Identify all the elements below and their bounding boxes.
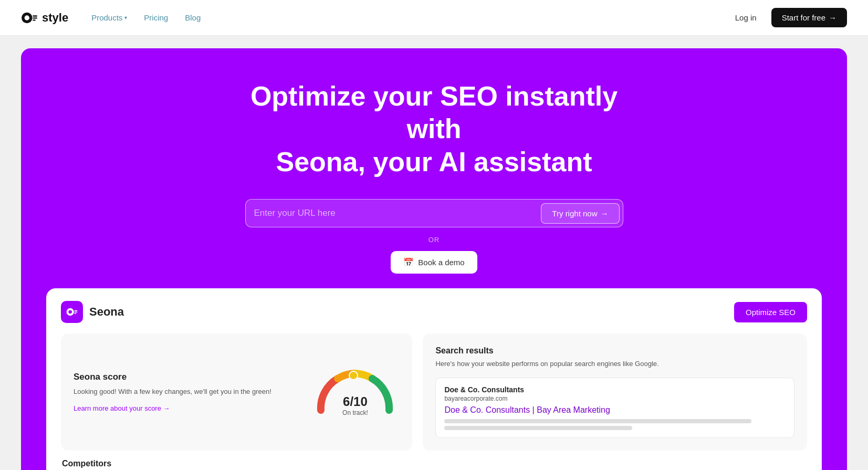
svg-point-6 [68,310,72,314]
seona-card: Seona Optimize SEO Seona score Looking g… [46,288,822,470]
gauge-score: 6/10 [342,394,368,409]
nav-blog[interactable]: Blog [179,9,207,26]
score-description: Looking good! With a few key changes, we… [74,387,298,397]
start-free-button[interactable]: Start for free → [771,8,847,27]
nav-products[interactable]: Products ▾ [85,9,133,26]
learn-more-link[interactable]: Learn more about your score → [74,404,298,412]
result-lines [444,419,786,430]
logo[interactable]: style [21,11,68,25]
calendar-icon: 📅 [403,257,414,267]
result-site-name: Doe & Co. Consultants [444,385,786,394]
svg-rect-8 [74,312,77,313]
logo-icon [21,12,38,24]
gauge-chart: 6/10 On track! [310,363,400,421]
score-label: Seona score [74,372,298,382]
seona-logo-group: Seona [61,301,124,323]
score-card: Seona score Looking good! With a few key… [61,333,412,451]
url-input[interactable] [254,203,541,224]
svg-point-10 [349,371,358,380]
result-line-2 [444,426,632,430]
result-url: bayareacorporate.com [444,395,786,402]
seona-icon [61,301,83,323]
book-demo-button[interactable]: 📅 Book a demo [391,251,477,274]
result-line-1 [444,419,751,423]
hero-section: Optimize your SEO instantly with Seona, … [21,48,847,470]
result-link[interactable]: Doe & Co. Consultants | Bay Area Marketi… [444,405,786,415]
seona-title: Seona [89,305,124,319]
hero-title: Optimize your SEO instantly with Seona, … [250,80,618,178]
cards-row: Seona score Looking good! With a few key… [61,333,807,451]
svg-point-1 [25,15,29,20]
arrow-icon: → [829,13,836,22]
nav-links: Products ▾ Pricing Blog [85,9,729,26]
navbar: style Products ▾ Pricing Blog Log in Sta… [0,0,868,36]
logo-text: style [42,11,68,25]
svg-rect-3 [33,17,37,18]
or-divider: OR [32,236,836,244]
competitors-label: Competitors [61,459,807,468]
seona-header: Seona Optimize SEO [61,301,807,323]
nav-pricing[interactable]: Pricing [138,9,174,26]
svg-rect-7 [74,310,77,311]
gauge-sublabel: On track! [342,409,368,416]
svg-rect-4 [33,19,36,20]
url-bar: Try right now → [245,199,623,227]
login-button[interactable]: Log in [729,9,763,26]
search-results-card: Search results Here's how your website p… [423,333,807,451]
arrow-icon: → [601,209,609,218]
search-result-box: Doe & Co. Consultants bayareacorporate.c… [435,378,794,438]
search-results-desc: Here's how your website performs on popu… [435,359,794,369]
gauge-center: 6/10 On track! [342,394,368,416]
score-text: Seona score Looking good! With a few key… [74,372,298,412]
svg-rect-2 [33,15,37,16]
optimize-seo-button[interactable]: Optimize SEO [734,302,807,322]
search-results-title: Search results [435,346,794,356]
chevron-down-icon: ▾ [124,15,127,20]
svg-rect-9 [74,313,76,314]
nav-right: Log in Start for free → [729,8,847,27]
try-right-now-button[interactable]: Try right now → [541,203,619,224]
